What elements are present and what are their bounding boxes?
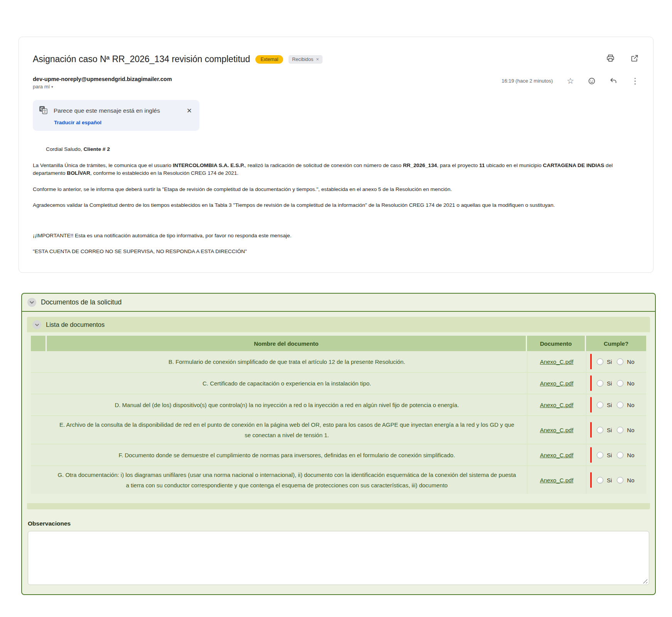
- greeting-text: Cordial Saludo,: [46, 146, 82, 152]
- radio-si[interactable]: [597, 358, 603, 365]
- email-timestamp: 16:19 (hace 2 minutos): [501, 78, 553, 84]
- document-name: E. Archivo de la consulta de la disponib…: [47, 416, 527, 444]
- required-marker: [590, 422, 592, 438]
- recipient-details-toggle[interactable]: para mí ▾: [33, 84, 53, 90]
- radio-no[interactable]: [617, 452, 623, 458]
- option-si: Si: [597, 427, 612, 433]
- external-badge: External: [255, 55, 283, 64]
- document-list-header[interactable]: Lista de documentos: [27, 317, 650, 332]
- radio-label-no: No: [627, 427, 634, 433]
- document-cell: Anexo_C.pdf: [527, 466, 586, 494]
- document-cell: Anexo_C.pdf: [527, 416, 586, 444]
- email-body: Cordial Saludo, Cliente # 2 La Ventanill…: [33, 145, 639, 256]
- header-cell-cumple: Cumple?: [586, 336, 646, 351]
- required-marker: [590, 397, 592, 412]
- emoji-reaction-icon[interactable]: [588, 77, 596, 85]
- body-paragraph-2: Conforme lo anterior, se le informa que …: [33, 186, 639, 194]
- document-cell: Anexo_C.pdf: [527, 373, 586, 394]
- document-cell: Anexo_C.pdf: [527, 445, 586, 465]
- radio-no[interactable]: [617, 477, 623, 483]
- radio-label-si: Si: [607, 358, 612, 365]
- option-si: Si: [597, 380, 612, 387]
- radio-si[interactable]: [597, 477, 603, 483]
- radio-si[interactable]: [597, 402, 603, 408]
- collapse-section-icon[interactable]: [27, 298, 36, 307]
- table-row: E. Archivo de la consulta de la disponib…: [31, 415, 646, 444]
- more-options-icon[interactable]: ⋮: [631, 77, 639, 85]
- document-name: C. Certificado de capacitación o experie…: [47, 373, 527, 394]
- document-link[interactable]: Anexo_C.pdf: [540, 380, 574, 387]
- document-name: F. Documento donde se demuestre el cumpl…: [47, 445, 527, 465]
- row-cell-empty: [31, 416, 47, 444]
- option-no: No: [617, 358, 634, 365]
- document-link[interactable]: Anexo_C.pdf: [540, 402, 574, 408]
- document-cell: Anexo_C.pdf: [527, 351, 586, 372]
- label-recibidos[interactable]: Recibidos ×: [289, 55, 322, 64]
- header-cell-name: Nombre del documento: [47, 336, 526, 351]
- table-row: D. Manual del (de los) dispositivo(s) qu…: [31, 394, 646, 415]
- document-name: D. Manual del (de los) dispositivo(s) qu…: [47, 394, 527, 415]
- radio-si[interactable]: [597, 427, 603, 433]
- subpanel-title: Lista de documentos: [46, 321, 105, 328]
- row-cell-empty: [31, 394, 47, 415]
- radio-no[interactable]: [617, 427, 623, 433]
- print-icon[interactable]: [606, 54, 615, 62]
- svg-text:文: 文: [43, 109, 47, 113]
- document-list-subpanel: Lista de documentos Nombre del documento…: [27, 317, 650, 509]
- radio-label-si: Si: [607, 380, 612, 387]
- sender-email[interactable]: dev-upme-noreply@upmesendgrid.bizagimail…: [33, 76, 172, 82]
- document-link[interactable]: Anexo_C.pdf: [540, 358, 574, 365]
- document-link[interactable]: Anexo_C.pdf: [540, 427, 574, 433]
- table-header-row: Nombre del documento Documento Cumple?: [31, 336, 646, 351]
- cumple-cell: SiNo: [586, 416, 646, 444]
- option-no: No: [617, 402, 634, 408]
- star-icon[interactable]: ☆: [567, 77, 574, 85]
- body-paragraph-1: La Ventanilla Única de trámites, le comu…: [33, 162, 639, 177]
- radio-no[interactable]: [617, 380, 623, 387]
- body-paragraph-3: Agradecemos validar la Completitud dentr…: [33, 201, 639, 210]
- option-no: No: [617, 477, 634, 483]
- documents-panel-header[interactable]: Documentos de la solicitud: [22, 294, 655, 312]
- recipient-text: para mí: [33, 84, 50, 90]
- table-row: F. Documento donde se demuestre el cumpl…: [31, 444, 646, 465]
- translate-action-link[interactable]: Traducir al español: [54, 120, 101, 125]
- radio-no[interactable]: [617, 402, 623, 408]
- important-notice: ¡¡IMPORTANTE!! Esta es una notificación …: [33, 232, 639, 240]
- radio-si[interactable]: [597, 380, 603, 387]
- document-name: B. Formulario de conexión simplificado d…: [47, 351, 527, 372]
- observations-label: Observaciones: [28, 520, 649, 527]
- radio-label-no: No: [627, 452, 634, 458]
- collapse-list-icon[interactable]: [32, 320, 41, 329]
- document-link[interactable]: Anexo_C.pdf: [540, 477, 574, 483]
- open-in-new-icon[interactable]: [631, 54, 638, 62]
- cumple-cell: SiNo: [586, 373, 646, 394]
- option-si: Si: [597, 358, 612, 365]
- required-marker: [590, 447, 592, 463]
- greeting-client: Cliente # 2: [83, 146, 110, 152]
- radio-no[interactable]: [617, 358, 623, 365]
- row-cell-empty: [31, 351, 47, 372]
- observations-field: [28, 531, 649, 587]
- greeting-line: Cordial Saludo, Cliente # 2: [33, 145, 639, 154]
- header-cell-document: Documento: [527, 336, 585, 351]
- document-cell: Anexo_C.pdf: [527, 394, 586, 415]
- row-cell-empty: [31, 445, 47, 465]
- radio-label-si: Si: [607, 477, 612, 483]
- document-link[interactable]: Anexo_C.pdf: [540, 452, 574, 458]
- documents-table: Nombre del documento Documento Cumple? B…: [27, 332, 650, 503]
- table-row: C. Certificado de capacitación o experie…: [31, 372, 646, 394]
- option-no: No: [617, 380, 634, 387]
- page: Asignación caso Nª RR_2026_134 revisión …: [0, 37, 672, 595]
- table-row: B. Formulario de conexión simplificado d…: [31, 351, 646, 372]
- remove-label-icon[interactable]: ×: [316, 57, 319, 62]
- observations-textarea[interactable]: [28, 531, 649, 585]
- cumple-cell: SiNo: [586, 466, 646, 494]
- reply-icon[interactable]: [610, 77, 617, 85]
- documents-panel: Documentos de la solicitud Lista de docu…: [21, 293, 656, 595]
- label-recibidos-text: Recibidos: [292, 57, 313, 62]
- option-no: No: [617, 427, 634, 433]
- option-si: Si: [597, 402, 612, 408]
- radio-label-no: No: [627, 358, 634, 365]
- radio-si[interactable]: [597, 452, 603, 458]
- close-banner-icon[interactable]: ×: [185, 106, 193, 115]
